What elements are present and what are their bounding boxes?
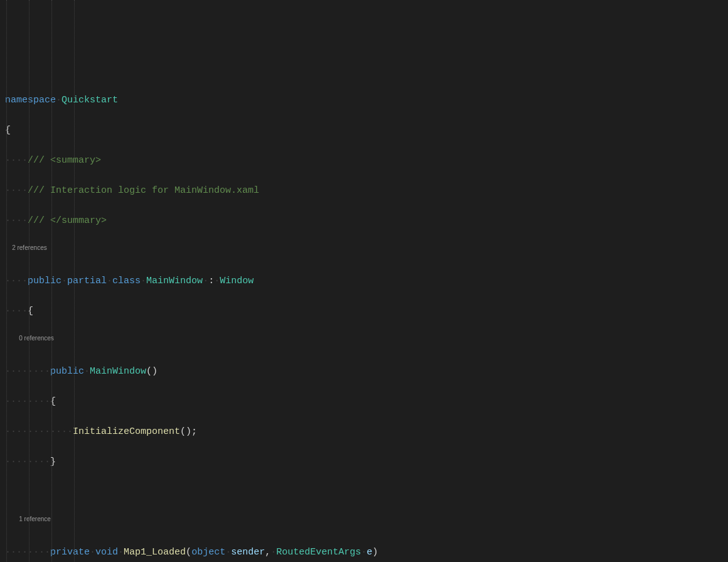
class-name: MainWindow: [146, 276, 203, 286]
codelens-loaded[interactable]: 1 reference: [19, 516, 51, 522]
namespace-name: Quickstart: [62, 95, 118, 105]
ctor-name: MainWindow: [90, 366, 146, 377]
xml-doc-open: /// <summary>: [28, 155, 101, 166]
code-editor[interactable]: namespace·Quickstart { ····/// <summary>…: [0, 0, 728, 562]
codelens-ctor[interactable]: 0 references: [19, 335, 54, 342]
xml-doc-close: /// </summary>: [28, 215, 107, 226]
xml-doc-body: /// Interaction logic for MainWindow.xam…: [28, 185, 259, 196]
method-name: Map1_Loaded: [124, 547, 186, 558]
